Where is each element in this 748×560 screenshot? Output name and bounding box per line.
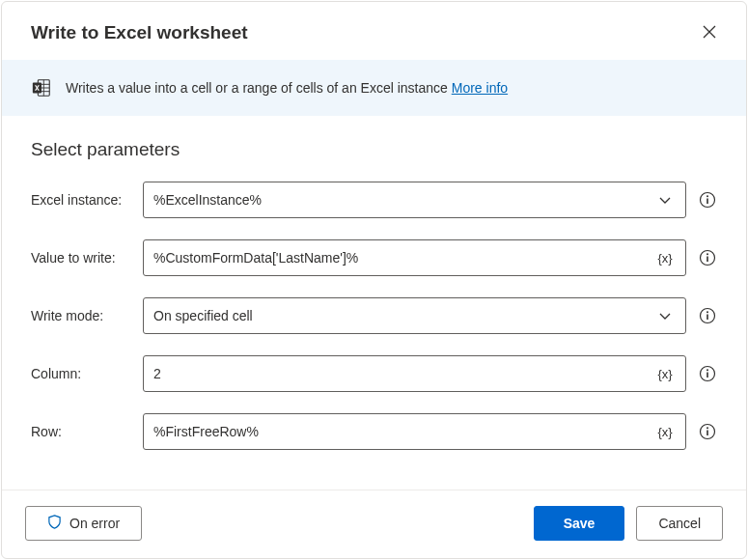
dialog-header: Write to Excel worksheet: [2, 2, 746, 60]
value-to-write-input[interactable]: {x}: [143, 239, 686, 276]
excel-instance-value: %ExcelInstance%: [153, 192, 654, 208]
cancel-button[interactable]: Cancel: [636, 506, 723, 541]
help-icon[interactable]: [698, 364, 717, 383]
help-icon[interactable]: [698, 190, 717, 210]
svg-point-11: [706, 253, 708, 255]
svg-point-20: [706, 427, 708, 429]
cancel-label: Cancel: [658, 516, 701, 531]
value-to-write-field[interactable]: [153, 250, 654, 266]
help-icon[interactable]: [698, 422, 717, 441]
save-button[interactable]: Save: [534, 506, 625, 541]
label-row: Row:: [31, 424, 143, 439]
row-input[interactable]: {x}: [143, 413, 686, 450]
svg-rect-16: [706, 373, 708, 378]
chevron-down-icon: [654, 305, 676, 326]
excel-instance-select[interactable]: %ExcelInstance%: [143, 182, 686, 218]
svg-rect-19: [706, 431, 708, 436]
svg-point-8: [706, 195, 708, 197]
dialog-content: Select parameters Excel instance: %Excel…: [2, 116, 746, 490]
info-banner: Writes a value into a cell or a range of…: [2, 60, 746, 116]
variable-picker-icon[interactable]: {x}: [654, 247, 676, 268]
row-row: Row: {x}: [31, 413, 717, 450]
chevron-down-icon: [654, 189, 676, 210]
label-column: Column:: [31, 366, 143, 381]
on-error-button[interactable]: On error: [25, 506, 142, 541]
svg-point-14: [706, 311, 708, 313]
on-error-label: On error: [69, 516, 120, 531]
label-value-to-write: Value to write:: [31, 250, 143, 266]
row-field[interactable]: [153, 424, 654, 439]
svg-rect-10: [706, 257, 708, 263]
column-field[interactable]: [153, 366, 654, 381]
excel-icon: [31, 77, 52, 98]
row-excel-instance: Excel instance: %ExcelInstance%: [31, 182, 717, 218]
row-value-to-write: Value to write: {x}: [31, 239, 717, 276]
svg-rect-13: [706, 315, 708, 321]
write-mode-value: On specified cell: [153, 308, 654, 323]
label-write-mode: Write mode:: [31, 308, 143, 323]
column-input[interactable]: {x}: [143, 355, 686, 392]
variable-picker-icon[interactable]: {x}: [654, 421, 676, 442]
more-info-link[interactable]: More info: [452, 80, 508, 96]
shield-icon: [47, 515, 62, 532]
section-title: Select parameters: [31, 139, 717, 160]
label-excel-instance: Excel instance:: [31, 192, 143, 208]
help-icon[interactable]: [698, 306, 717, 325]
svg-rect-7: [706, 199, 708, 205]
row-write-mode: Write mode: On specified cell: [31, 297, 717, 334]
row-column: Column: {x}: [31, 355, 717, 392]
banner-description: Writes a value into a cell or a range of…: [66, 80, 448, 96]
variable-picker-icon[interactable]: {x}: [654, 363, 676, 384]
dialog-footer: On error Save Cancel: [2, 490, 746, 558]
save-label: Save: [564, 516, 596, 531]
help-icon[interactable]: [698, 248, 717, 267]
close-icon: [703, 25, 716, 42]
write-mode-select[interactable]: On specified cell: [143, 297, 686, 334]
dialog: Write to Excel worksheet Writes a value …: [1, 1, 747, 559]
svg-point-17: [706, 369, 708, 371]
dialog-title: Write to Excel worksheet: [31, 22, 248, 43]
close-button[interactable]: [696, 19, 723, 46]
